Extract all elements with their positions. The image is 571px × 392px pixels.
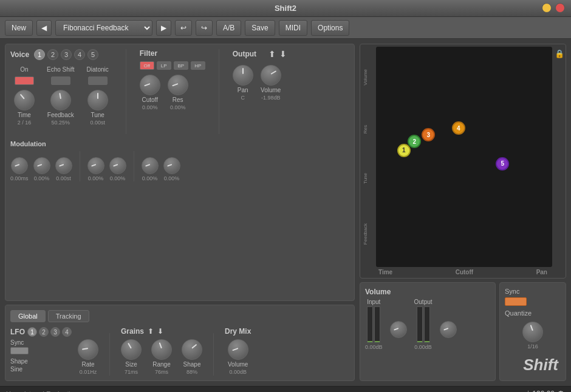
settings-icon[interactable]: ⚙ bbox=[557, 389, 565, 393]
on-toggle[interactable] bbox=[15, 76, 34, 85]
dry-mix-volume-label: Volume bbox=[228, 361, 248, 368]
download-icon[interactable]: ⬇ bbox=[279, 49, 287, 59]
nav-prev[interactable]: ◀ bbox=[36, 20, 52, 36]
time-val: 2 / 16 bbox=[18, 120, 32, 126]
bottom-right-row: Volume Input 0.00dB bbox=[360, 282, 566, 381]
vol-knob[interactable] bbox=[261, 65, 281, 86]
res-val: 0.00% bbox=[170, 104, 186, 110]
sync-xy-toggle[interactable] bbox=[505, 297, 527, 306]
preset-select[interactable]: Fibonacci Feedback bbox=[55, 20, 152, 36]
voice-label: Voice bbox=[10, 50, 29, 59]
voice-1[interactable]: 1 bbox=[34, 49, 45, 60]
output-label-v: Output bbox=[414, 299, 433, 305]
rate-knob[interactable] bbox=[78, 339, 98, 360]
size-knob[interactable] bbox=[121, 339, 142, 360]
filter-label: Filter bbox=[140, 49, 205, 58]
output-label: Output bbox=[233, 50, 256, 58]
mod-feedback-val: 0.00% bbox=[34, 175, 50, 181]
metronome-icon: ♩ bbox=[525, 389, 530, 393]
mod-tune-val: 0.00st bbox=[56, 175, 71, 181]
lfo-label: LFO bbox=[10, 328, 25, 336]
ab-button[interactable]: A/B bbox=[216, 20, 241, 36]
lfo-3[interactable]: 3 bbox=[50, 327, 60, 337]
range-knob[interactable] bbox=[151, 339, 172, 360]
time-knob[interactable] bbox=[14, 90, 35, 110]
voice-4[interactable]: 4 bbox=[74, 49, 85, 60]
output-meter-r bbox=[424, 306, 430, 343]
input-meter-l bbox=[367, 306, 373, 343]
tracking-tab[interactable]: Tracking bbox=[48, 310, 89, 322]
save-button[interactable]: Save bbox=[245, 20, 275, 36]
options-button[interactable]: Options bbox=[311, 20, 349, 36]
undo-button[interactable]: ↩ bbox=[175, 20, 192, 36]
mod-vol-knob[interactable] bbox=[163, 157, 180, 174]
res-label: Res bbox=[173, 96, 183, 103]
close-btn[interactable] bbox=[555, 3, 565, 13]
quantize-knob[interactable] bbox=[522, 322, 543, 342]
filter-off-btn[interactable]: Off bbox=[140, 61, 154, 70]
tune-label: Tune bbox=[91, 112, 104, 118]
upload-icon[interactable]: ⬆ bbox=[268, 49, 276, 59]
output-gain-knob[interactable] bbox=[440, 321, 457, 338]
input-meter-r bbox=[374, 306, 380, 343]
quantize-label: Quantize bbox=[505, 309, 532, 317]
tune-val: 0.00st bbox=[90, 120, 105, 126]
mod-pan-knob[interactable] bbox=[142, 157, 159, 174]
filter-lp-btn[interactable]: LP bbox=[157, 61, 171, 70]
minimize-btn[interactable] bbox=[542, 3, 552, 13]
midi-button[interactable]: MIDI bbox=[279, 20, 307, 36]
time-label: Time bbox=[18, 112, 31, 118]
filter-bp-btn[interactable]: BP bbox=[174, 61, 188, 70]
left-panel: Voice 1 2 3 4 5 On bbox=[5, 44, 355, 381]
grains-download-icon[interactable]: ⬇ bbox=[157, 327, 163, 336]
tune-knob[interactable] bbox=[87, 90, 108, 110]
echo-shift-toggle[interactable] bbox=[51, 76, 70, 85]
voice-5[interactable]: 5 bbox=[87, 49, 98, 60]
new-button[interactable]: New bbox=[5, 20, 33, 36]
filter-hp-btn[interactable]: HP bbox=[191, 61, 205, 70]
voice-3[interactable]: 3 bbox=[61, 49, 72, 60]
feedback-axis-label: Feedback bbox=[363, 223, 376, 245]
right-panel: Volume Res Tune Feedback 1 2 3 4 5 🔒 bbox=[360, 44, 566, 381]
pan-knob[interactable] bbox=[233, 65, 253, 86]
redo-button[interactable]: ↪ bbox=[196, 20, 213, 36]
voice-dot-3[interactable]: 3 bbox=[422, 128, 435, 141]
mod-time-knob[interactable] bbox=[11, 157, 28, 174]
mod-tune-knob[interactable] bbox=[55, 157, 72, 174]
cutoff-knob[interactable] bbox=[140, 75, 160, 95]
xy-lock-icon[interactable]: 🔒 bbox=[555, 49, 561, 58]
voice-dot-2[interactable]: 2 bbox=[408, 135, 421, 148]
nav-next[interactable]: ▶ bbox=[156, 20, 171, 36]
cutoff-label: Cutoff bbox=[142, 96, 158, 103]
voice-2[interactable]: 2 bbox=[47, 49, 58, 60]
input-gain-knob[interactable] bbox=[390, 321, 407, 338]
sync-toggle[interactable] bbox=[10, 347, 29, 354]
xy-pad[interactable]: 1 2 3 4 5 bbox=[376, 47, 552, 267]
shift-logo: Shift bbox=[521, 354, 561, 376]
mod-cutoff-knob[interactable] bbox=[87, 157, 104, 174]
lfo-4[interactable]: 4 bbox=[62, 327, 72, 337]
dry-mix-val: 0.00dB bbox=[229, 369, 247, 375]
lfo-2[interactable]: 2 bbox=[39, 327, 49, 337]
voice-dot-1[interactable]: 1 bbox=[397, 144, 411, 157]
lower-section: Global Tracking LFO 1 2 3 4 bbox=[5, 305, 355, 381]
feedback-knob[interactable] bbox=[50, 90, 71, 110]
mod-res-knob[interactable] bbox=[109, 157, 126, 174]
voice-dot-4[interactable]: 4 bbox=[452, 121, 465, 135]
voice-dot-5[interactable]: 5 bbox=[496, 157, 509, 171]
mod-feedback-knob[interactable] bbox=[33, 157, 50, 174]
vol-axis-label: Volume bbox=[363, 69, 376, 86]
echo-shift-label: Echo Shift bbox=[47, 66, 75, 73]
volume-voice-label: Volume bbox=[261, 87, 281, 93]
global-tab[interactable]: Global bbox=[10, 310, 46, 322]
sync-section: Sync Quantize 1/16 Shift bbox=[499, 282, 566, 381]
diatonic-toggle[interactable] bbox=[88, 76, 108, 85]
on-label: On bbox=[20, 66, 28, 73]
volume-section: Volume Input 0.00dB bbox=[360, 282, 496, 381]
shape-grain-knob[interactable] bbox=[182, 339, 202, 360]
lfo-1[interactable]: 1 bbox=[27, 327, 37, 337]
dry-mix-knob[interactable] bbox=[228, 339, 248, 360]
grains-upload-icon[interactable]: ⬆ bbox=[148, 327, 154, 336]
input-val: 0.00dB bbox=[365, 344, 383, 350]
res-knob[interactable] bbox=[168, 75, 188, 95]
